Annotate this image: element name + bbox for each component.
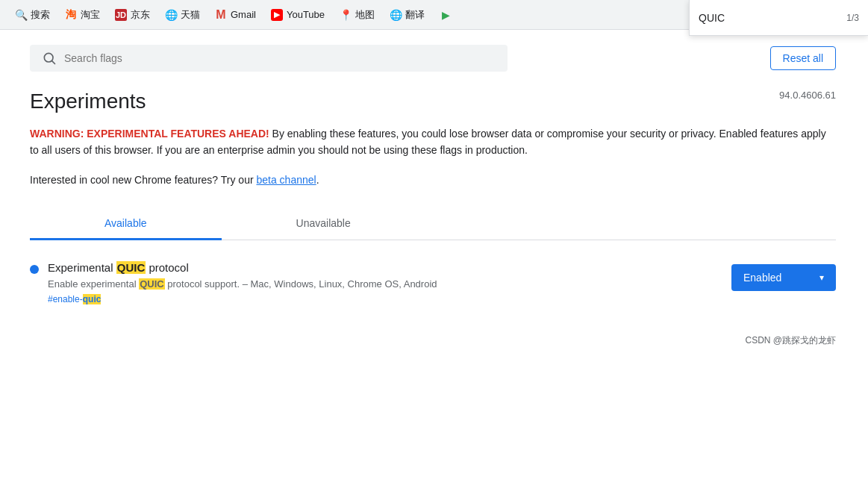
bookmark-translate[interactable]: 🌐 翻译 bbox=[384, 5, 431, 25]
heading-row: Experiments 94.0.4606.61 bbox=[30, 90, 836, 113]
enabled-label: Enabled bbox=[743, 272, 781, 284]
search-bar-row: Reset all bbox=[30, 45, 836, 72]
svg-point-0 bbox=[44, 53, 53, 62]
extra-icon: ▶ bbox=[440, 9, 452, 21]
search-flags-input[interactable] bbox=[64, 52, 496, 64]
flag-id-link[interactable]: #enable-quic bbox=[48, 294, 693, 304]
flag-title-highlight: QUIC bbox=[116, 261, 146, 274]
beta-channel-link[interactable]: beta channel bbox=[256, 174, 316, 186]
bookmark-jd-label: 京东 bbox=[131, 8, 150, 22]
bookmark-maps[interactable]: 📍 地图 bbox=[334, 5, 381, 25]
bookmark-youtube-label: YouTube bbox=[287, 9, 325, 20]
version-text: 94.0.4606.61 bbox=[779, 90, 836, 101]
find-input[interactable] bbox=[699, 12, 840, 24]
flag-item: Experimental QUIC protocol Enable experi… bbox=[30, 261, 836, 305]
bookmark-youtube[interactable]: ▶ YouTube bbox=[265, 6, 331, 24]
bookmark-maps-label: 地图 bbox=[355, 8, 375, 22]
bookmark-search-label: 搜索 bbox=[31, 8, 50, 22]
bookmark-extra[interactable]: ▶ bbox=[434, 6, 458, 24]
flag-desc-highlight: QUIC bbox=[139, 278, 165, 290]
flag-title-after: protocol bbox=[146, 261, 189, 274]
flag-row-right: Enabled ▾ bbox=[731, 261, 836, 291]
bookmark-jd[interactable]: JD 京东 bbox=[109, 5, 156, 25]
beta-channel-text: Interested in cool new Chrome features? … bbox=[30, 174, 836, 186]
tab-unavailable[interactable]: Unavailable bbox=[222, 208, 425, 240]
bookmark-translate-label: 翻译 bbox=[405, 8, 425, 22]
bookmark-gmail[interactable]: M Gmail bbox=[209, 6, 262, 24]
page-title: Experiments bbox=[30, 90, 146, 113]
chevron-down-icon: ▾ bbox=[819, 272, 824, 283]
enabled-dropdown[interactable]: Enabled ▾ bbox=[731, 264, 836, 291]
footer-credit: CSDN @跳探戈的龙虾 bbox=[30, 334, 836, 359]
bookmark-search[interactable]: 🔍 搜索 bbox=[9, 5, 56, 25]
bookmarks-bar: 🔍 搜索 淘 淘宝 JD 京东 🌐 天猫 M Gmail ▶ YouTube 📍… bbox=[0, 0, 868, 30]
warning-block: WARNING: EXPERIMENTAL FEATURES AHEAD! By… bbox=[30, 125, 836, 159]
find-bar: 1/3 bbox=[689, 0, 868, 36]
flag-desc-before: Enable experimental bbox=[48, 278, 139, 290]
bookmark-gmail-label: Gmail bbox=[231, 9, 256, 20]
globe-icon-translate: 🌐 bbox=[390, 9, 402, 21]
flag-dot bbox=[30, 265, 39, 274]
taobao-icon: 淘 bbox=[65, 9, 77, 21]
maps-icon: 📍 bbox=[340, 9, 352, 21]
flag-title-before: Experimental bbox=[48, 261, 116, 274]
reset-all-button[interactable]: Reset all bbox=[770, 46, 836, 70]
find-count: 1/3 bbox=[846, 13, 859, 23]
bookmark-taobao-label: 淘宝 bbox=[81, 8, 100, 22]
warning-label: WARNING: EXPERIMENTAL FEATURES AHEAD! bbox=[30, 128, 269, 140]
gmail-icon: M bbox=[215, 9, 227, 21]
svg-line-1 bbox=[52, 61, 55, 64]
bookmark-tianmao-label: 天猫 bbox=[181, 8, 200, 22]
tab-available[interactable]: Available bbox=[30, 208, 222, 240]
flag-title: Experimental QUIC protocol bbox=[48, 261, 693, 274]
bookmark-tianmao[interactable]: 🌐 天猫 bbox=[159, 5, 206, 25]
globe-icon-tianmao: 🌐 bbox=[165, 9, 177, 21]
main-content: Reset all Experiments 94.0.4606.61 WARNI… bbox=[0, 30, 866, 374]
beta-before: Interested in cool new Chrome features? … bbox=[30, 174, 256, 186]
search-flags-icon bbox=[42, 51, 57, 66]
flag-content: Experimental QUIC protocol Enable experi… bbox=[48, 261, 693, 305]
flag-description: Enable experimental QUIC protocol suppor… bbox=[48, 277, 693, 292]
tabs-row: Available Unavailable bbox=[30, 208, 836, 240]
beta-after: . bbox=[316, 174, 319, 186]
search-bookmark-icon: 🔍 bbox=[15, 9, 27, 21]
flag-id-before: #enable- bbox=[48, 294, 83, 304]
flag-id-highlight: quic bbox=[83, 294, 102, 304]
search-flags-wrap[interactable] bbox=[30, 45, 508, 72]
jd-icon: JD bbox=[115, 9, 127, 21]
flag-desc-after: protocol support. – Mac, Windows, Linux,… bbox=[165, 278, 437, 290]
bookmark-taobao[interactable]: 淘 淘宝 bbox=[59, 5, 106, 25]
youtube-icon: ▶ bbox=[271, 9, 283, 21]
